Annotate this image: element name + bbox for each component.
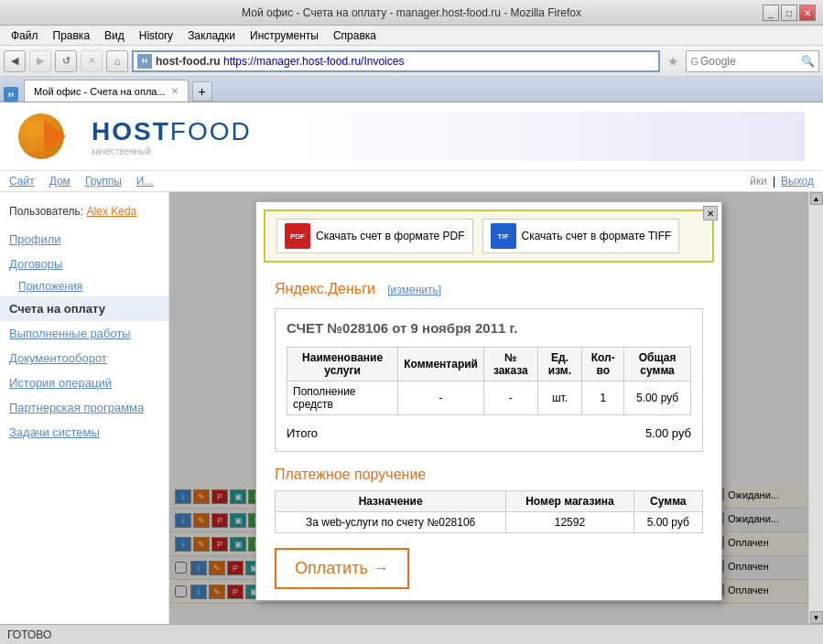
site-header: HOSTFOOD качественный — [0, 102, 823, 171]
col-amount: Сумма — [633, 491, 702, 512]
sidebar-item-partner[interactable]: Партнерская программа — [0, 395, 168, 420]
total-label: Итого — [287, 426, 318, 440]
main-content: i ✎ P ▣ $ 5.00 руб Ожидани... i — [169, 192, 808, 624]
pdf-format-icon: PDF — [285, 223, 310, 249]
status-bar: ГОТОВО — [0, 624, 823, 644]
service-comment: - — [398, 381, 484, 415]
maximize-button[interactable]: □ — [781, 5, 797, 21]
tab-main[interactable]: Мой офис - Счета на опла... ✕ — [24, 80, 189, 102]
reload-button[interactable]: ↺ — [55, 50, 77, 72]
star-icon[interactable]: ★ — [667, 54, 679, 69]
sidebar-user: Пользователь: Alex Keda — [0, 201, 168, 227]
col-order: № заказа — [483, 348, 537, 381]
tab-close-icon[interactable]: ✕ — [171, 86, 179, 96]
sidebar: Пользователь: Alex Keda Профили Договоры… — [0, 192, 169, 624]
nav-logout[interactable]: Выход — [781, 175, 814, 188]
invoice-title: СЧЕТ №028106 от 9 ноября 2011 г. — [287, 320, 691, 336]
sidebar-item-contracts[interactable]: Договоры — [0, 252, 168, 276]
scroll-down-button[interactable]: ▼ — [810, 611, 823, 624]
change-payment-link[interactable]: [изменить] — [387, 284, 441, 296]
menu-tools[interactable]: Инструменты — [243, 27, 326, 44]
col-comment: Комментарий — [398, 348, 484, 381]
service-unit: шт. — [537, 381, 582, 415]
browser-toolbar: ◀ ▶ ↺ ✕ ⌂ H host-food.ru https://manager… — [0, 46, 823, 77]
col-unit: Ед. изм. — [537, 348, 582, 381]
google-logo: G — [690, 56, 698, 67]
table-row: Пополнение средств - - шт. 1 5.00 руб — [287, 381, 691, 415]
service-name: Пополнение средств — [287, 381, 398, 415]
service-total: 5.00 руб — [624, 381, 691, 415]
sidebar-item-works[interactable]: Выполненные работы — [0, 321, 168, 346]
nav-more[interactable]: И... — [136, 175, 154, 188]
menu-bookmarks[interactable]: Закладки — [180, 27, 243, 44]
col-shop: Номер магазина — [506, 491, 633, 512]
browser-title: Мой офис - Счета на оплату - manager.hos… — [0, 6, 823, 19]
payment-row: За web-услуги по счету №028106 12592 5.0… — [276, 512, 703, 533]
home-button[interactable]: ⌂ — [106, 50, 128, 72]
logo-arrow-icon — [44, 120, 66, 153]
favicon-icon: H — [137, 54, 152, 69]
user-name-link[interactable]: Alex Keda — [87, 205, 137, 218]
payment-table: Назначение Номер магазина Сумма За web-у… — [275, 490, 703, 533]
payment-purpose: За web-услуги по счету №028106 — [276, 512, 506, 533]
nav-home[interactable]: Дом — [49, 175, 70, 188]
logo-text: HOSTFOOD — [92, 117, 252, 146]
payment-amount: 5.00 руб — [633, 512, 702, 533]
modal-close-button[interactable]: ✕ — [703, 206, 718, 220]
menu-help[interactable]: Справка — [326, 27, 384, 44]
payment-method: Яндекс.Деньги [изменить] — [275, 281, 703, 297]
search-input[interactable] — [700, 55, 801, 68]
sidebar-item-invoices[interactable]: Счета на оплату — [0, 296, 168, 321]
scroll-up-button[interactable]: ▲ — [810, 192, 823, 205]
col-service: Наименование услуги — [287, 348, 398, 381]
status-text: ГОТОВО — [7, 628, 51, 641]
payment-shop: 12592 — [506, 512, 633, 533]
menu-bar: Файл Правка Вид History Закладки Инструм… — [0, 26, 823, 46]
tab-bar: H Мой офис - Счета на опла... ✕ + — [0, 77, 823, 102]
col-purpose: Назначение — [276, 491, 506, 512]
stop-button[interactable]: ✕ — [81, 50, 103, 72]
minimize-button[interactable]: _ — [763, 5, 779, 21]
col-total: Общая сумма — [624, 348, 691, 381]
modal-overlay: ✕ PDF Скачать счет в формате PDF TIF Ска… — [169, 192, 808, 624]
invoice-box: СЧЕТ №028106 от 9 ноября 2011 г. Наимено… — [275, 308, 703, 452]
tab-title: Мой офис - Счета на опла... — [34, 86, 166, 97]
sidebar-item-apps[interactable]: Приложения — [0, 276, 168, 296]
download-bar: PDF Скачать счет в формате PDF TIF Скача… — [264, 209, 714, 263]
new-tab-button[interactable]: + — [192, 81, 212, 102]
payment-order-title: Платежное поручение — [275, 467, 703, 483]
sidebar-item-profiles[interactable]: Профили — [0, 227, 168, 252]
total-value: 5.00 руб — [645, 426, 691, 440]
invoice-total-row: Итого 5.00 руб — [287, 423, 691, 440]
address-url: https://manager.host-food.ru/Invoices — [223, 55, 404, 68]
address-domain: host-food.ru — [156, 55, 221, 68]
menu-file[interactable]: Файл — [4, 27, 46, 44]
nav-orders: йки — [750, 175, 767, 188]
col-qty: Кол-во — [582, 348, 624, 381]
invoice-modal: ✕ PDF Скачать счет в формате PDF TIF Ска… — [255, 201, 722, 601]
forward-button[interactable]: ▶ — [29, 50, 51, 72]
scrollbar[interactable]: ▲ ▼ — [808, 192, 823, 624]
nav-site[interactable]: Сайт — [9, 175, 35, 188]
pay-button[interactable]: Оплатить → — [275, 548, 409, 589]
close-button[interactable]: ✕ — [799, 5, 816, 21]
download-tiff-button[interactable]: TIF Скачать счет в формате TIFF — [482, 219, 680, 253]
back-button[interactable]: ◀ — [4, 50, 26, 72]
logo-tagline: качественный — [92, 146, 252, 156]
download-pdf-button[interactable]: PDF Скачать счет в формате PDF — [276, 219, 473, 253]
service-qty: 1 — [582, 381, 624, 415]
menu-edit[interactable]: Правка — [46, 27, 98, 44]
menu-view[interactable]: Вид — [97, 27, 132, 44]
tiff-format-icon: TIF — [491, 223, 516, 249]
address-bar[interactable]: H host-food.ru https://manager.host-food… — [132, 50, 660, 72]
service-order: - — [483, 381, 537, 415]
menu-history[interactable]: History — [132, 27, 180, 44]
sidebar-item-docs[interactable]: Документооборот — [0, 346, 168, 370]
invoice-table: Наименование услуги Комментарий № заказа… — [287, 347, 691, 415]
nav-bar: Сайт Дом Группы И... йки | Выход — [0, 171, 823, 192]
nav-groups[interactable]: Группы — [85, 175, 122, 188]
sidebar-item-history[interactable]: История операций — [0, 370, 168, 395]
sidebar-item-tasks[interactable]: Задачи системы — [0, 420, 168, 445]
search-icon[interactable]: 🔍 — [801, 55, 815, 68]
